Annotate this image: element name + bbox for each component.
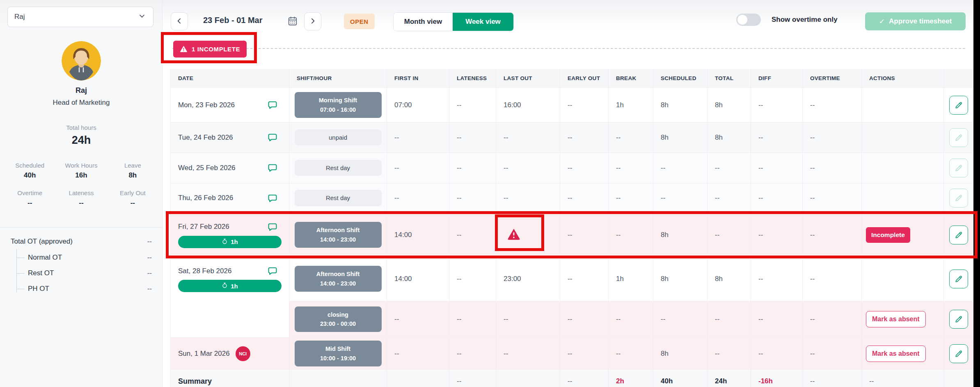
table-row-mon: Mon, 23 Feb 2026 Morning Shift07:00 - 16…	[171, 88, 973, 122]
total-ot-row: Total OT (approved) --	[11, 235, 152, 250]
chevron-left-icon	[175, 17, 183, 26]
employee-selector-dropdown[interactable]: Raj	[7, 7, 153, 27]
shift-badge: unpaid	[295, 129, 382, 145]
col-early-out: EARLY OUT	[560, 69, 609, 88]
table-row-summary: Summary -- -- 2h 40h 24h -16h -- --	[171, 370, 973, 387]
pencil-icon	[954, 133, 963, 142]
stat-scheduled: Scheduled 40h	[4, 162, 55, 180]
summary-label: Summary	[178, 377, 212, 386]
edit-timesheet-button[interactable]	[949, 310, 968, 329]
comment-icon[interactable]	[267, 266, 277, 276]
col-diff: DIFF	[751, 69, 803, 88]
edit-timesheet-button[interactable]	[949, 270, 968, 288]
incomplete-status-badge: Incomplete	[866, 227, 910, 243]
col-scheduled: SCHEDULED	[653, 69, 708, 88]
stat-leave: Leave 8h	[107, 162, 158, 180]
timesheet-table: DATE SHIFT/HOUR FIRST IN LATENESS LAST O…	[170, 69, 973, 387]
col-shift-hour: SHIFT/HOUR	[289, 69, 387, 88]
next-week-button[interactable]	[304, 12, 321, 30]
normal-ot-row: Normal OT --	[28, 250, 152, 265]
date-label: Sat, 28 Feb 2026	[178, 267, 231, 275]
date-label: Mon, 23 Feb 2026	[178, 101, 235, 109]
empty-date-cell	[171, 301, 289, 338]
avatar	[62, 41, 101, 81]
show-overtime-toggle[interactable]	[736, 14, 761, 26]
stats-grid: Scheduled 40h Work Hours 16h Leave 8h Ov…	[4, 162, 158, 207]
edit-timesheet-button-disabled[interactable]	[949, 128, 968, 147]
stat-work-hours: Work Hours 16h	[55, 162, 107, 180]
sidebar-divider	[0, 227, 163, 228]
total-ot-value: --	[147, 237, 152, 246]
week-view-tab[interactable]: Week view	[453, 13, 513, 31]
col-overtime: OVERTIME	[803, 69, 862, 88]
summary-break: 2h	[609, 370, 653, 387]
total-hours-label: Total hours	[0, 124, 163, 131]
summary-diff: -16h	[751, 370, 803, 387]
calendar-icon[interactable]	[287, 16, 298, 28]
stopwatch-icon	[222, 238, 228, 246]
toggle-knob	[737, 15, 747, 25]
shift-badge: Morning Shift07:00 - 16:00	[295, 92, 382, 118]
section-divider	[172, 48, 965, 49]
overtime-pill: 1h	[178, 280, 282, 292]
table-row-thu: Thu, 26 Feb 2026 Rest day -- -- -- -- --…	[171, 183, 973, 213]
edit-timesheet-button[interactable]	[949, 344, 968, 363]
overtime-pill: 1h	[178, 236, 282, 248]
comment-icon[interactable]	[267, 100, 277, 110]
col-actions: ACTIONS	[862, 69, 944, 88]
timesheet-main: 23 Feb - 01 Mar OPEN Month view Week vie…	[163, 0, 973, 387]
edit-timesheet-button-disabled[interactable]	[949, 159, 968, 177]
check-icon: ✓	[879, 17, 885, 26]
mark-as-absent-button[interactable]: Mark as absent	[866, 311, 926, 327]
col-edit	[944, 69, 973, 88]
shift-badge: Rest day	[295, 190, 382, 206]
employee-name: Raj	[0, 86, 163, 95]
table-header: DATE SHIFT/HOUR FIRST IN LATENESS LAST O…	[171, 69, 973, 88]
shift-badge: Afternoon Shift14:00 - 23:00	[295, 222, 382, 248]
table-row-sat-closing: closing23:00 - 00:00 -- -- -- -- -- -- -…	[171, 301, 973, 338]
month-view-tab[interactable]: Month view	[394, 13, 453, 31]
approve-timesheet-button[interactable]: ✓ Approve timesheet	[865, 12, 966, 30]
summary-total: 24h	[708, 370, 751, 387]
chevron-right-icon	[309, 17, 317, 26]
shift-badge: Mid Shift10:00 - 19:00	[295, 341, 382, 366]
screen-edge-strip	[973, 0, 980, 387]
date-range: 23 Feb - 01 Mar	[203, 16, 263, 25]
pencil-icon	[954, 315, 963, 324]
table-row-fri-incomplete: Fri, 27 Feb 2026 1h Afternoon Shift14:00…	[171, 213, 973, 257]
edit-timesheet-button[interactable]	[949, 96, 968, 115]
shift-badge: Rest day	[295, 160, 382, 176]
total-ot-label: Total OT (approved)	[11, 237, 73, 246]
edit-timesheet-button[interactable]	[949, 226, 968, 244]
employee-role: Head of Marketing	[0, 99, 163, 107]
table-row-tue: Tue, 24 Feb 2026 unpaid -- -- -- -- -- 8…	[171, 122, 973, 153]
employee-selector-value: Raj	[14, 13, 25, 21]
comment-icon[interactable]	[267, 132, 277, 143]
prev-week-button[interactable]	[171, 12, 188, 30]
col-last-out: LAST OUT	[496, 69, 560, 88]
pencil-icon	[954, 349, 963, 358]
shift-badge: closing23:00 - 00:00	[295, 306, 382, 332]
shift-badge: Afternoon Shift14:00 - 23:00	[295, 266, 382, 292]
comment-icon[interactable]	[267, 163, 277, 173]
date-label: Tue, 24 Feb 2026	[178, 134, 233, 142]
missing-clockout-warning	[496, 213, 560, 257]
status-badge: OPEN	[344, 14, 375, 29]
chevron-down-icon	[137, 12, 147, 23]
date-label: Thu, 26 Feb 2026	[178, 194, 233, 202]
warning-triangle-icon	[180, 45, 188, 54]
summary-scheduled: 40h	[653, 370, 708, 387]
show-overtime-label: Show overtime only	[772, 16, 838, 24]
ot-breakdown-tree: Normal OT -- Rest OT -- PH OT --	[11, 250, 152, 297]
table-row-sun: Sun, 1 Mar 2026 NCI Mid Shift10:00 - 19:…	[171, 338, 973, 370]
comment-icon[interactable]	[267, 222, 277, 232]
stat-overtime: Overtime --	[4, 189, 55, 207]
col-break: BREAK	[609, 69, 653, 88]
rest-ot-row: Rest OT --	[28, 265, 152, 281]
edit-timesheet-button-disabled[interactable]	[949, 189, 968, 207]
mark-as-absent-button[interactable]: Mark as absent	[866, 346, 926, 362]
table-row-sat: Sat, 28 Feb 2026 1h Afternoon Shift14:00…	[171, 257, 973, 301]
pencil-icon	[954, 194, 963, 203]
overtime-summary: Total OT (approved) -- Normal OT -- Rest…	[11, 235, 152, 297]
comment-icon[interactable]	[267, 193, 277, 203]
